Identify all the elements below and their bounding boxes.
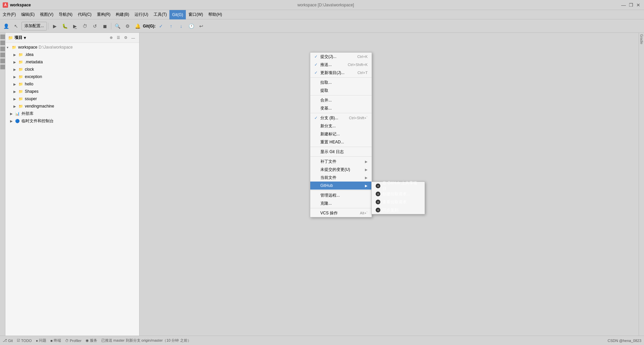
left-icon-3[interactable] [0, 47, 5, 51]
left-icon-6[interactable] [0, 65, 5, 69]
status-services[interactable]: ◉ 服务 [86, 338, 97, 343]
close-button[interactable]: ✕ [635, 2, 641, 8]
update-label: 更新项目(J)... [320, 70, 344, 76]
menu-navigate[interactable]: 导航(N) [56, 10, 75, 19]
git-update-icon[interactable]: ↓ [176, 21, 186, 31]
git-history-icon[interactable]: 🕐 [186, 21, 196, 31]
add-config-button[interactable]: 添加配置... [21, 22, 47, 30]
git-revert-icon[interactable]: ↩ [197, 21, 206, 31]
menu-run[interactable]: 运行(U) [132, 10, 151, 19]
git-menu-vcs[interactable]: VCS 操作 Alt+` [310, 209, 372, 217]
minimize-button[interactable]: — [621, 2, 627, 8]
git-menu-new-branch[interactable]: 新分支... [310, 122, 372, 130]
menu-refactor[interactable]: 重构(R) [94, 10, 113, 19]
git-menu-current-file[interactable]: 当前文件 ▶ [310, 174, 372, 182]
menu-build[interactable]: 构建(B) [113, 10, 132, 19]
git-check-icon[interactable]: ✓ [156, 21, 166, 31]
github-submenu-share[interactable]: ⊙ 在 GitHub 上共享项目 [372, 182, 425, 190]
merge-label: 合并... [320, 97, 332, 103]
git-menu-new-tag[interactable]: 新建标记... [310, 130, 372, 138]
tree-item-hello[interactable]: ▶ 📁 hello [5, 80, 139, 88]
git-push-icon[interactable]: ↑ [166, 21, 176, 31]
toolbar-user-icon[interactable]: 👤 [1, 21, 11, 31]
uncommitted-submenu-arrow: ▶ [365, 168, 368, 171]
github-submenu-sync-fork[interactable]: ⊙ 同步复刻 [372, 206, 425, 214]
git-menu-fetch[interactable]: 提取 [310, 86, 372, 94]
git-menu-show-log[interactable]: 显示 Git 日志 [310, 148, 372, 156]
status-profiler[interactable]: ⏱ Profiler [65, 339, 82, 343]
git-menu-commit[interactable]: ✓ 提交(J)... Ctrl+K [310, 53, 372, 61]
left-icon-2[interactable] [0, 41, 5, 45]
toolbar-stop-icon[interactable]: ◼ [100, 21, 110, 31]
tree-item-ssuper[interactable]: ▶ 📁 ssuper [5, 95, 139, 102]
project-panel: 📁 项目 ▾ ⊕ ☰ ⚙ — ▾ 📁 workspace D:\Java\wor… [5, 33, 140, 336]
menu-tools[interactable]: 工具(T) [151, 10, 169, 19]
git-menu-pull[interactable]: 拉取... [310, 78, 372, 86]
status-git[interactable]: ⎇ Git [3, 338, 13, 343]
tree-area: ▾ 📁 workspace D:\Java\workspace ▶ 📁 .ide… [5, 43, 139, 336]
git-menu-update[interactable]: ✓ 更新项目(J)... Ctrl+T [310, 69, 372, 77]
menu-file[interactable]: 文件(F) [0, 10, 18, 19]
toolbar-profile-icon[interactable]: ⏱ [80, 21, 90, 31]
git-menu-branch[interactable]: ✓ 分支 (B)... Ctrl+Shift+` [310, 114, 372, 122]
tree-item-exception[interactable]: ▶ 📁 exception [5, 73, 139, 80]
git-menu-manage-remote[interactable]: 管理远程... [310, 191, 372, 199]
toolbar-cursor-icon[interactable]: ↖ [11, 21, 21, 31]
right-sidebar-tab[interactable]: Gradle [639, 33, 644, 60]
tree-item-temp[interactable]: ▶ 🔵 临时文件和控制台 [5, 117, 139, 125]
status-services-label: 服务 [90, 338, 97, 343]
tree-root[interactable]: ▾ 📁 workspace D:\Java\workspace [5, 44, 139, 51]
status-terminal[interactable]: ■ 终端 [50, 338, 61, 343]
panel-gear-btn[interactable]: ⚙ [122, 34, 129, 41]
push-label: 推送... [320, 62, 332, 68]
tree-item-clock[interactable]: ▶ 📁 clock [5, 66, 139, 73]
git-menu-github[interactable]: GitHub ▶ ⊙ 在 GitHub 上共享项目 ⊙ 创建拉取请求... [310, 182, 372, 190]
menu-edit[interactable]: 编辑(E) [18, 10, 37, 19]
git-menu-clone[interactable]: 克隆... [310, 199, 372, 207]
status-problems[interactable]: ● 问题 [36, 338, 47, 343]
git-label: Git(G): [143, 24, 156, 28]
panel-dropdown-icon[interactable]: ▾ [24, 36, 26, 40]
left-icon-4[interactable] [0, 53, 5, 57]
tree-item-external-libs[interactable]: ▶ 📊 外部库 [5, 110, 139, 117]
menu-code[interactable]: 代码(C) [75, 10, 94, 19]
panel-settings-btn[interactable]: ☰ [115, 34, 122, 41]
idea-label: .idea [25, 52, 34, 57]
toolbar-run-icon[interactable]: ▶ [50, 21, 59, 31]
git-menu-rebase[interactable]: 变基... [310, 104, 372, 112]
idea-arrow-icon: ▶ [13, 53, 18, 57]
toolbar-settings-icon[interactable]: ⚙ [123, 21, 132, 31]
menu-window[interactable]: 窗口(W) [186, 10, 206, 19]
panel-header: 📁 项目 ▾ ⊕ ☰ ⚙ — [5, 33, 139, 43]
left-icon-5[interactable] [0, 59, 5, 63]
panel-minimize-btn[interactable]: — [130, 34, 137, 41]
git-menu-patch[interactable]: 补丁文件 ▶ [310, 157, 372, 165]
temp-label: 临时文件和控制台 [21, 118, 54, 124]
toolbar-notification-icon[interactable]: 🔔 [133, 21, 142, 31]
menu-view[interactable]: 视图(V) [37, 10, 56, 19]
window-controls[interactable]: — ❐ ✕ [621, 2, 641, 8]
push-shortcut: Ctrl+Shift+K [348, 63, 368, 67]
toolbar-sep1 [48, 23, 49, 29]
tree-item-vendingmachine[interactable]: ▶ 📁 vendingmachine [5, 102, 139, 110]
toolbar-debug-icon[interactable]: 🐛 [60, 21, 69, 31]
status-message-text: 已推送 master 到新分支 origin/master（10 分钟 之前） [101, 338, 191, 343]
toolbar-refresh-icon[interactable]: ↺ [90, 21, 100, 31]
git-menu-reset-head[interactable]: 重置 HEAD... [310, 138, 372, 146]
tree-item-idea[interactable]: ▶ 📁 .idea [5, 51, 139, 58]
maximize-button[interactable]: ❐ [628, 2, 634, 8]
git-menu-push[interactable]: ✓ 推送... Ctrl+Shift+K [310, 61, 372, 69]
git-menu-merge[interactable]: 合并... [310, 96, 372, 104]
tree-item-metadata[interactable]: ▶ 📁 .metadata [5, 58, 139, 66]
menu-help[interactable]: 帮助(H) [206, 10, 225, 19]
left-icon-1[interactable] [0, 34, 5, 39]
menu-git[interactable]: Git(G) [169, 10, 186, 19]
status-right: CSDN @hena_0823 [608, 339, 641, 343]
github-submenu-view-pr[interactable]: ⊙ 查看拉取请求 [372, 198, 425, 206]
toolbar-coverage-icon[interactable]: ▶̲ [70, 21, 79, 31]
tree-item-shapes[interactable]: ▶ 📁 Shapes [5, 88, 139, 95]
git-menu-uncommitted[interactable]: 未提交的变更(U) ▶ [310, 165, 372, 174]
panel-sync-btn[interactable]: ⊕ [108, 34, 114, 41]
status-todo[interactable]: ☑ TODO [17, 338, 32, 343]
toolbar-search-icon[interactable]: 🔍 [113, 21, 122, 31]
